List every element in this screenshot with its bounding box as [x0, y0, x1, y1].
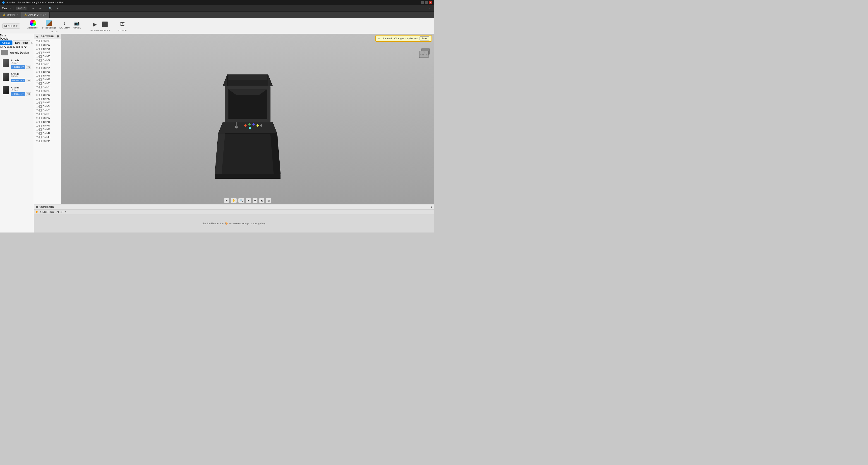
browser-item[interactable]: Body28	[34, 81, 61, 85]
select-checkbox[interactable]	[39, 125, 42, 127]
select-checkbox[interactable]	[39, 113, 42, 115]
browser-item[interactable]: Body43	[34, 135, 61, 139]
comments-expand-button[interactable]: ●	[431, 205, 432, 208]
select-checkbox[interactable]	[39, 40, 42, 42]
select-checkbox[interactable]	[39, 82, 42, 85]
browser-item[interactable]: Body21	[34, 128, 61, 131]
select-checkbox[interactable]	[39, 102, 42, 104]
upload-button[interactable]: Upload	[0, 40, 12, 45]
tab-untitled[interactable]: 🔒 Untitled ✕	[0, 12, 21, 18]
select-checkbox[interactable]	[39, 63, 42, 65]
browser-item[interactable]: Body19	[34, 51, 61, 55]
env-library-button[interactable]: ↕ Env Library	[58, 19, 71, 30]
select-checkbox[interactable]	[39, 90, 42, 92]
select-checkbox[interactable]	[39, 56, 42, 58]
visibility-icon[interactable]	[36, 136, 38, 138]
minimize-button[interactable]: –	[421, 1, 424, 4]
select-checkbox[interactable]	[39, 121, 42, 123]
tab-untitled-close[interactable]: ✕	[17, 13, 18, 16]
select-checkbox[interactable]	[39, 94, 42, 96]
visibility-icon[interactable]	[36, 140, 38, 142]
visibility-icon[interactable]	[36, 113, 38, 115]
display-mode-button[interactable]: ▣	[259, 198, 265, 203]
editable-badge-2[interactable]: ✏ Editable ▼	[11, 79, 25, 82]
select-checkbox[interactable]	[39, 109, 42, 111]
render-action-button[interactable]: 🖼	[118, 20, 127, 29]
visibility-icon[interactable]	[36, 82, 38, 85]
redo-button[interactable]: ↪	[38, 6, 42, 10]
browser-item[interactable]: Body44	[34, 139, 61, 143]
close-button[interactable]: ✕	[429, 1, 432, 4]
browser-item[interactable]: Body25	[34, 70, 61, 74]
browser-item[interactable]: Body30	[34, 89, 61, 93]
editable-badge-1[interactable]: ✏ Editable ▼	[11, 65, 25, 69]
select-checkbox[interactable]	[39, 52, 42, 54]
select-checkbox[interactable]	[39, 59, 42, 62]
visibility-icon[interactable]	[36, 133, 38, 134]
select-checkbox[interactable]	[39, 105, 42, 108]
close-doc-button[interactable]: ✕	[55, 6, 60, 10]
visibility-icon[interactable]	[36, 71, 38, 73]
browser-item[interactable]: Body24	[34, 66, 61, 70]
search-button[interactable]: 🔍	[47, 6, 53, 10]
select-checkbox[interactable]	[39, 75, 42, 77]
add-tab-button[interactable]: +	[50, 13, 55, 17]
undo-button[interactable]: ↩	[31, 6, 36, 10]
visibility-icon[interactable]	[36, 48, 38, 50]
browser-item[interactable]: Body31	[34, 93, 61, 97]
select-checkbox[interactable]	[39, 140, 42, 142]
browser-item[interactable]: Body17	[34, 43, 61, 47]
browser-item[interactable]: Body35	[34, 108, 61, 112]
select-checkbox[interactable]	[39, 44, 42, 46]
visibility-icon[interactable]	[36, 98, 38, 100]
browser-item[interactable]: Body32	[34, 97, 61, 101]
browser-item[interactable]: Body41	[34, 124, 61, 128]
render-quality-button[interactable]: ◫	[266, 198, 271, 203]
browser-item[interactable]: Body37	[34, 116, 61, 120]
select-checkbox[interactable]	[39, 136, 42, 138]
in-canvas-stop-button[interactable]: ⬛	[100, 20, 110, 29]
model-item-2[interactable]: Arcade 2/20/24 ✏ Editable ▼ V1	[1, 71, 32, 85]
visibility-icon[interactable]	[36, 44, 38, 46]
scene-settings-button[interactable]: Scene Settings	[41, 19, 57, 30]
visibility-icon[interactable]	[36, 90, 38, 92]
visibility-icon[interactable]	[36, 117, 38, 119]
zoom-button[interactable]: 🔍	[238, 198, 245, 203]
browser-item[interactable]: Body42	[34, 131, 61, 135]
zoom-in-button[interactable]: ⊕	[246, 198, 251, 203]
render-dropdown-button[interactable]: RENDER ▼	[2, 24, 20, 29]
people-tab[interactable]: People	[0, 37, 34, 40]
model-item-1[interactable]: Arcade 2/20/24 ✏ Editable ▼ V3	[1, 57, 32, 71]
browser-item[interactable]: Body29	[34, 85, 61, 89]
browser-item[interactable]: Body36	[34, 112, 61, 116]
browser-item[interactable]: Body22	[34, 58, 61, 62]
browser-item[interactable]: Body38	[34, 120, 61, 124]
appearance-button[interactable]: Appearance	[26, 19, 40, 30]
visibility-icon[interactable]	[36, 67, 38, 69]
new-folder-button[interactable]: New Folder	[13, 40, 30, 45]
home-button[interactable]: ⌂	[428, 6, 432, 10]
visibility-icon[interactable]	[36, 106, 38, 107]
select-checkbox[interactable]	[39, 48, 42, 50]
panel-settings-button[interactable]: ⚙	[31, 41, 33, 44]
browser-item[interactable]: Body16	[34, 39, 61, 43]
select-checkbox[interactable]	[39, 117, 42, 119]
zoom-out-button[interactable]: ⊖	[252, 198, 258, 203]
browser-item[interactable]: Body18	[34, 47, 61, 51]
model-item-3[interactable]: Arcade 2/20/24 ✏ Editable ▼ V1	[1, 85, 32, 98]
browser-collapse-button[interactable]: ◀	[36, 35, 38, 38]
select-checkbox[interactable]	[39, 132, 42, 135]
browser-item[interactable]: Body26	[34, 74, 61, 77]
visibility-icon[interactable]	[36, 60, 38, 61]
home-icon[interactable]: ⌂	[0, 45, 2, 48]
visibility-icon[interactable]	[36, 40, 38, 42]
tab-arcade-close[interactable]: ✕	[45, 13, 46, 16]
visibility-icon[interactable]	[36, 79, 38, 80]
select-checkbox[interactable]	[39, 78, 42, 81]
visibility-icon[interactable]	[36, 87, 38, 88]
browser-item[interactable]: Body20	[34, 55, 61, 58]
select-checkbox[interactable]	[39, 71, 42, 73]
breadcrumb-settings-icon[interactable]: ⚙	[24, 45, 27, 48]
browser-item[interactable]: Body33	[34, 101, 61, 104]
visibility-icon[interactable]	[36, 63, 38, 65]
